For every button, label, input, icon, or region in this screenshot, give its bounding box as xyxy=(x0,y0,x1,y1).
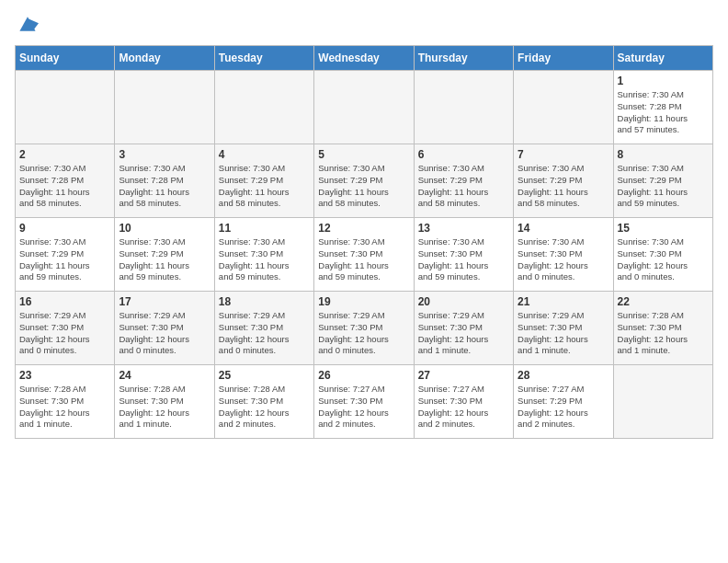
day-info: Sunrise: 7:30 AM Sunset: 7:29 PM Dayligh… xyxy=(219,163,310,210)
day-info: Sunrise: 7:27 AM Sunset: 7:30 PM Dayligh… xyxy=(418,384,509,431)
calendar-cell: 19Sunrise: 7:29 AM Sunset: 7:30 PM Dayli… xyxy=(314,292,414,365)
day-info: Sunrise: 7:30 AM Sunset: 7:28 PM Dayligh… xyxy=(19,163,110,210)
week-row-4: 23Sunrise: 7:28 AM Sunset: 7:30 PM Dayli… xyxy=(16,365,713,439)
day-number: 2 xyxy=(19,148,110,161)
calendar-cell: 26Sunrise: 7:27 AM Sunset: 7:30 PM Dayli… xyxy=(314,365,414,439)
day-number: 12 xyxy=(318,222,409,235)
day-info: Sunrise: 7:29 AM Sunset: 7:30 PM Dayligh… xyxy=(19,310,110,357)
calendar-cell: 20Sunrise: 7:29 AM Sunset: 7:30 PM Dayli… xyxy=(414,292,513,365)
day-number: 5 xyxy=(318,148,409,161)
calendar-cell xyxy=(314,71,414,144)
week-row-1: 2Sunrise: 7:30 AM Sunset: 7:28 PM Daylig… xyxy=(16,144,713,218)
day-info: Sunrise: 7:30 AM Sunset: 7:28 PM Dayligh… xyxy=(119,163,210,210)
calendar-cell: 24Sunrise: 7:28 AM Sunset: 7:30 PM Dayli… xyxy=(115,365,214,439)
calendar-cell: 1Sunrise: 7:30 AM Sunset: 7:28 PM Daylig… xyxy=(613,71,712,144)
day-info: Sunrise: 7:30 AM Sunset: 7:28 PM Dayligh… xyxy=(618,89,709,136)
day-header-wednesday: Wednesday xyxy=(314,46,414,71)
day-number: 6 xyxy=(418,148,509,161)
calendar-cell: 6Sunrise: 7:30 AM Sunset: 7:29 PM Daylig… xyxy=(414,144,513,218)
calendar-cell: 22Sunrise: 7:28 AM Sunset: 7:30 PM Dayli… xyxy=(613,292,712,365)
day-number: 20 xyxy=(418,295,509,308)
day-number: 15 xyxy=(618,222,709,235)
day-number: 24 xyxy=(119,369,210,382)
calendar-cell: 15Sunrise: 7:30 AM Sunset: 7:30 PM Dayli… xyxy=(613,218,712,292)
calendar-cell xyxy=(16,71,115,144)
day-number: 4 xyxy=(219,148,310,161)
calendar-cell: 9Sunrise: 7:30 AM Sunset: 7:29 PM Daylig… xyxy=(16,218,115,292)
day-header-sunday: Sunday xyxy=(16,46,115,71)
day-info: Sunrise: 7:29 AM Sunset: 7:30 PM Dayligh… xyxy=(219,310,310,357)
day-number: 16 xyxy=(19,295,110,308)
calendar-table: SundayMondayTuesdayWednesdayThursdayFrid… xyxy=(15,45,713,439)
calendar-cell: 18Sunrise: 7:29 AM Sunset: 7:30 PM Dayli… xyxy=(214,292,313,365)
day-info: Sunrise: 7:29 AM Sunset: 7:30 PM Dayligh… xyxy=(518,310,609,357)
calendar-cell: 3Sunrise: 7:30 AM Sunset: 7:28 PM Daylig… xyxy=(115,144,214,218)
day-info: Sunrise: 7:30 AM Sunset: 7:30 PM Dayligh… xyxy=(518,236,609,283)
day-info: Sunrise: 7:29 AM Sunset: 7:30 PM Dayligh… xyxy=(418,310,509,357)
calendar-cell: 13Sunrise: 7:30 AM Sunset: 7:30 PM Dayli… xyxy=(414,218,513,292)
calendar-cell: 25Sunrise: 7:28 AM Sunset: 7:30 PM Dayli… xyxy=(214,365,313,439)
logo-icon xyxy=(17,15,39,33)
week-row-0: 1Sunrise: 7:30 AM Sunset: 7:28 PM Daylig… xyxy=(16,71,713,144)
day-header-tuesday: Tuesday xyxy=(214,46,313,71)
calendar-cell: 23Sunrise: 7:28 AM Sunset: 7:30 PM Dayli… xyxy=(16,365,115,439)
calendar-cell: 7Sunrise: 7:30 AM Sunset: 7:29 PM Daylig… xyxy=(514,144,613,218)
day-header-thursday: Thursday xyxy=(414,46,513,71)
day-number: 14 xyxy=(518,222,609,235)
calendar-cell: 21Sunrise: 7:29 AM Sunset: 7:30 PM Dayli… xyxy=(514,292,613,365)
day-number: 21 xyxy=(518,295,609,308)
day-info: Sunrise: 7:28 AM Sunset: 7:30 PM Dayligh… xyxy=(219,384,310,431)
calendar-cell: 17Sunrise: 7:29 AM Sunset: 7:30 PM Dayli… xyxy=(115,292,214,365)
day-headers-row: SundayMondayTuesdayWednesdayThursdayFrid… xyxy=(16,46,713,71)
day-info: Sunrise: 7:27 AM Sunset: 7:29 PM Dayligh… xyxy=(518,384,609,431)
day-info: Sunrise: 7:30 AM Sunset: 7:30 PM Dayligh… xyxy=(618,236,709,283)
day-number: 13 xyxy=(418,222,509,235)
header xyxy=(15,15,713,38)
week-row-3: 16Sunrise: 7:29 AM Sunset: 7:30 PM Dayli… xyxy=(16,292,713,365)
calendar-cell xyxy=(115,71,214,144)
day-number: 9 xyxy=(19,222,110,235)
calendar-cell: 16Sunrise: 7:29 AM Sunset: 7:30 PM Dayli… xyxy=(16,292,115,365)
calendar-cell: 12Sunrise: 7:30 AM Sunset: 7:30 PM Dayli… xyxy=(314,218,414,292)
day-header-monday: Monday xyxy=(115,46,214,71)
day-info: Sunrise: 7:30 AM Sunset: 7:29 PM Dayligh… xyxy=(119,236,210,283)
day-number: 22 xyxy=(618,295,709,308)
day-header-saturday: Saturday xyxy=(613,46,712,71)
day-info: Sunrise: 7:30 AM Sunset: 7:29 PM Dayligh… xyxy=(618,163,709,210)
day-info: Sunrise: 7:30 AM Sunset: 7:29 PM Dayligh… xyxy=(318,163,409,210)
calendar-cell: 2Sunrise: 7:30 AM Sunset: 7:28 PM Daylig… xyxy=(16,144,115,218)
calendar-cell: 28Sunrise: 7:27 AM Sunset: 7:29 PM Dayli… xyxy=(514,365,613,439)
day-info: Sunrise: 7:29 AM Sunset: 7:30 PM Dayligh… xyxy=(119,310,210,357)
day-number: 7 xyxy=(518,148,609,161)
calendar-cell: 14Sunrise: 7:30 AM Sunset: 7:30 PM Dayli… xyxy=(514,218,613,292)
calendar-cell xyxy=(214,71,313,144)
day-info: Sunrise: 7:28 AM Sunset: 7:30 PM Dayligh… xyxy=(19,384,110,431)
day-info: Sunrise: 7:29 AM Sunset: 7:30 PM Dayligh… xyxy=(318,310,409,357)
calendar-cell xyxy=(514,71,613,144)
day-number: 27 xyxy=(418,369,509,382)
calendar-cell: 5Sunrise: 7:30 AM Sunset: 7:29 PM Daylig… xyxy=(314,144,414,218)
calendar-cell: 11Sunrise: 7:30 AM Sunset: 7:30 PM Dayli… xyxy=(214,218,313,292)
day-number: 23 xyxy=(19,369,110,382)
day-info: Sunrise: 7:30 AM Sunset: 7:30 PM Dayligh… xyxy=(418,236,509,283)
day-number: 18 xyxy=(219,295,310,308)
day-info: Sunrise: 7:30 AM Sunset: 7:29 PM Dayligh… xyxy=(518,163,609,210)
week-row-2: 9Sunrise: 7:30 AM Sunset: 7:29 PM Daylig… xyxy=(16,218,713,292)
day-number: 8 xyxy=(618,148,709,161)
calendar-cell: 4Sunrise: 7:30 AM Sunset: 7:29 PM Daylig… xyxy=(214,144,313,218)
calendar-cell xyxy=(613,365,712,439)
day-number: 17 xyxy=(119,295,210,308)
calendar-cell: 10Sunrise: 7:30 AM Sunset: 7:29 PM Dayli… xyxy=(115,218,214,292)
day-info: Sunrise: 7:30 AM Sunset: 7:29 PM Dayligh… xyxy=(418,163,509,210)
day-number: 3 xyxy=(119,148,210,161)
day-header-friday: Friday xyxy=(514,46,613,71)
day-number: 19 xyxy=(318,295,409,308)
calendar-cell xyxy=(414,71,513,144)
logo xyxy=(15,15,39,38)
day-number: 28 xyxy=(518,369,609,382)
day-number: 10 xyxy=(119,222,210,235)
calendar-cell: 8Sunrise: 7:30 AM Sunset: 7:29 PM Daylig… xyxy=(613,144,712,218)
day-number: 1 xyxy=(618,75,709,87)
day-info: Sunrise: 7:30 AM Sunset: 7:30 PM Dayligh… xyxy=(219,236,310,283)
day-info: Sunrise: 7:30 AM Sunset: 7:30 PM Dayligh… xyxy=(318,236,409,283)
